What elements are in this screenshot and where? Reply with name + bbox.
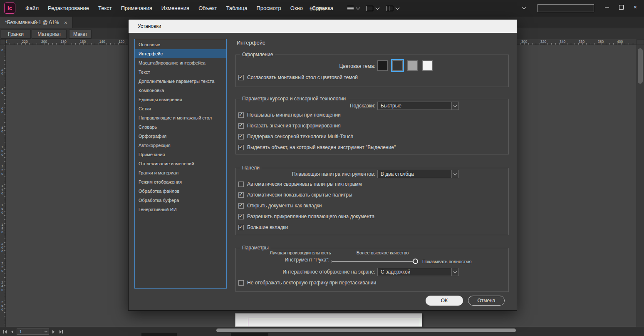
preferences-category[interactable]: Обработка файлов: [135, 187, 226, 196]
auto-collapse-panels-checkbox[interactable]: [238, 182, 244, 187]
appearance-group: Оформление Цветовая тема: Согласовать мо…: [235, 55, 509, 87]
document-page: [235, 313, 422, 327]
menu-view[interactable]: Просмотр: [252, 0, 285, 17]
menu-edit[interactable]: Редактирование: [43, 0, 94, 17]
live-screen-dropdown[interactable]: С задержкой: [377, 268, 459, 276]
arrange-documents-control[interactable]: [386, 0, 399, 17]
dialog-body: ОсновныеИнтерфейсМасштабирование интерфе…: [129, 33, 517, 310]
preferences-category[interactable]: Дополнительные параметры текста: [135, 77, 226, 86]
theme-swatch-darkest[interactable]: [377, 60, 388, 71]
enable-window-docking-checkbox[interactable]: [238, 214, 244, 219]
cancel-button[interactable]: Отмена: [468, 296, 505, 306]
auto-show-hidden-panels-checkbox[interactable]: [238, 192, 244, 198]
page-combo-chevron[interactable]: [43, 329, 49, 334]
preferences-category[interactable]: Словарь: [135, 122, 226, 132]
checkbox-row[interactable]: Показывать миниатюры при помещении: [238, 112, 341, 118]
preferences-category[interactable]: Сетки: [135, 104, 226, 113]
live-screen-value: С задержкой: [381, 269, 410, 275]
checkbox-row[interactable]: Автоматически сворачивать палитры пиктог…: [238, 181, 362, 187]
screen-mode-control[interactable]: [366, 0, 379, 17]
ruler-label: 360: [579, 40, 585, 44]
first-page-button[interactable]: [2, 329, 8, 335]
menu-window[interactable]: Окно: [286, 0, 307, 17]
page-number-combo[interactable]: 1: [17, 329, 49, 335]
multitouch-checkbox[interactable]: [238, 134, 244, 139]
minimize-button[interactable]: [600, 1, 614, 13]
minimize-icon: [605, 7, 609, 7]
preferences-category[interactable]: Направляющие и монтажный стол: [135, 113, 226, 122]
maximize-button[interactable]: [614, 1, 628, 13]
horizontal-scrollbar-thumb[interactable]: [216, 329, 516, 332]
checkbox-label: Автоматически сворачивать палитры пиктог…: [247, 181, 362, 187]
document-tab[interactable]: *Безымянный-1 @ 61% ×: [0, 17, 73, 28]
checkbox-row[interactable]: Выделять объект, на который наведен инст…: [238, 144, 396, 150]
preferences-category[interactable]: Генеративный ИИ: [135, 205, 226, 214]
dropdown-chevron[interactable]: [451, 170, 459, 178]
menu-table[interactable]: Таблица: [221, 0, 252, 17]
show-transform-values-checkbox[interactable]: [238, 123, 244, 129]
last-page-button[interactable]: [58, 329, 64, 335]
preferences-category[interactable]: Интерфейс: [135, 49, 226, 58]
preferences-category[interactable]: Автокоррекция: [135, 141, 226, 150]
preferences-category[interactable]: Масштабирование интерфейса: [135, 58, 226, 67]
no-vector-drag-checkbox[interactable]: [238, 280, 244, 286]
workspace-chevron-icon[interactable]: [522, 5, 526, 10]
large-tabs-checkbox[interactable]: [238, 225, 244, 230]
preferences-category[interactable]: Обработка буфера: [135, 196, 226, 205]
tab-galley[interactable]: Гранки: [1, 30, 31, 39]
theme-swatch-lightest[interactable]: [422, 60, 433, 71]
preferences-category[interactable]: Режим отображения: [135, 177, 226, 187]
match-pasteboard-row[interactable]: Согласовать монтажный стол с цветовой те…: [238, 75, 358, 80]
tab-close-icon[interactable]: ×: [64, 20, 67, 26]
preview-options-control[interactable]: [347, 0, 359, 17]
menu-changes[interactable]: Изменения: [157, 0, 194, 17]
tab-story[interactable]: Материал: [32, 30, 67, 39]
window-controls: ×: [600, 1, 642, 13]
checkbox-row[interactable]: Открыть документы как вкладки: [238, 203, 322, 209]
dropdown-chevron[interactable]: [451, 268, 459, 276]
tooltips-dropdown[interactable]: Быстрые: [377, 102, 459, 110]
preferences-category[interactable]: Орфография: [135, 132, 226, 141]
preferences-category[interactable]: Текст: [135, 67, 226, 77]
checkbox-row[interactable]: Не отображать векторную графику при пере…: [238, 280, 376, 286]
cursor-touch-group: Параметры курсора и сенсорной технологии…: [235, 99, 509, 154]
previous-page-button[interactable]: [9, 329, 15, 335]
open-as-tabs-checkbox[interactable]: [238, 203, 244, 209]
preferences-category[interactable]: Отслеживание изменений: [135, 159, 226, 168]
hand-tool-slider-track[interactable]: [332, 261, 417, 262]
chevron-down-icon: [453, 103, 457, 107]
checkbox-row[interactable]: Разрешить прикрепление плавающего окна д…: [238, 214, 374, 219]
preferences-category[interactable]: Основные: [135, 40, 226, 49]
menu-notes[interactable]: Примечания: [116, 0, 157, 17]
preferences-category[interactable]: Компоновка: [135, 86, 226, 95]
floating-toolbar-dropdown[interactable]: В два столбца: [377, 170, 459, 178]
theme-swatch-dark[interactable]: [392, 60, 403, 71]
preferences-category[interactable]: Единицы измерения: [135, 95, 226, 104]
tab-layout[interactable]: Макет: [69, 30, 92, 39]
preferences-category[interactable]: Примечания: [135, 150, 226, 159]
next-page-button[interactable]: [50, 329, 57, 335]
vertical-scrollbar[interactable]: [637, 45, 644, 327]
menu-file[interactable]: Файл: [21, 0, 43, 17]
dropdown-chevron[interactable]: [451, 102, 459, 110]
search-box[interactable]: [537, 4, 594, 12]
menu-type[interactable]: Текст: [94, 0, 116, 17]
hand-tool-slider-thumb[interactable]: [413, 259, 418, 264]
floating-toolbar-value: В два столбца: [381, 171, 414, 177]
checkbox-row[interactable]: Автоматически показывать скрытые палитры: [238, 192, 352, 198]
theme-swatch-light[interactable]: [407, 60, 418, 71]
match-pasteboard-checkbox[interactable]: [238, 75, 244, 80]
checkbox-row[interactable]: Поддержка сенсорной технологии Multi-Tou…: [238, 134, 353, 139]
highlight-object-checkbox[interactable]: [238, 145, 244, 150]
dialog-titlebar[interactable]: Установки: [129, 20, 517, 33]
show-thumbnails-checkbox[interactable]: [238, 112, 244, 118]
zoom-control[interactable]: 60,8%: [310, 0, 332, 17]
menu-object[interactable]: Объект: [194, 0, 221, 17]
preferences-category[interactable]: Гранки и материал: [135, 168, 226, 177]
close-button[interactable]: ×: [628, 1, 642, 13]
ok-button[interactable]: ОК: [426, 296, 463, 306]
checkbox-row[interactable]: Показать значения трансформирования: [238, 123, 341, 129]
vertical-scrollbar-thumb[interactable]: [638, 48, 643, 84]
search-input[interactable]: [538, 5, 594, 12]
checkbox-row[interactable]: Большие вкладки: [238, 224, 288, 230]
